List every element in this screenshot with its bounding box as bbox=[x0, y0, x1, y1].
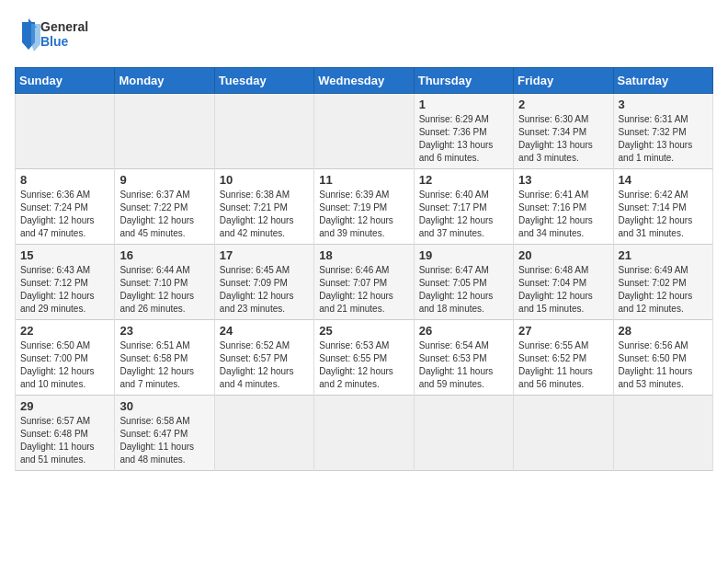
day-info: Sunrise: 6:49 AMSunset: 7:02 PMDaylight:… bbox=[619, 264, 708, 316]
calendar-cell bbox=[314, 94, 414, 169]
header-cell-friday: Friday bbox=[514, 68, 613, 94]
calendar-cell: 26 Sunrise: 6:54 AMSunset: 6:53 PMDaylig… bbox=[414, 320, 513, 396]
calendar-cell bbox=[613, 396, 712, 471]
calendar-cell: 19 Sunrise: 6:47 AMSunset: 7:05 PMDaylig… bbox=[414, 245, 513, 320]
calendar-cell: 3 Sunrise: 6:31 AMSunset: 7:32 PMDayligh… bbox=[613, 94, 712, 169]
day-info: Sunrise: 6:36 AMSunset: 7:24 PMDaylight:… bbox=[20, 189, 109, 240]
calendar-week-row: 29 Sunrise: 6:57 AMSunset: 6:48 PMDaylig… bbox=[16, 396, 713, 471]
day-number: 23 bbox=[119, 324, 209, 338]
calendar-cell: 27 Sunrise: 6:55 AMSunset: 6:52 PMDaylig… bbox=[514, 320, 613, 396]
day-info: Sunrise: 6:39 AMSunset: 7:19 PMDaylight:… bbox=[319, 189, 408, 240]
calendar-cell: 1 Sunrise: 6:29 AMSunset: 7:36 PMDayligh… bbox=[414, 94, 513, 169]
day-number: 19 bbox=[419, 248, 508, 262]
calendar-cell: 9 Sunrise: 6:37 AMSunset: 7:22 PMDayligh… bbox=[115, 169, 214, 245]
day-info: Sunrise: 6:57 AMSunset: 6:48 PMDaylight:… bbox=[20, 415, 109, 466]
calendar-table: SundayMondayTuesdayWednesdayThursdayFrid… bbox=[15, 67, 713, 471]
day-info: Sunrise: 6:42 AMSunset: 7:14 PMDaylight:… bbox=[619, 189, 708, 240]
calendar-cell: 8 Sunrise: 6:36 AMSunset: 7:24 PMDayligh… bbox=[16, 169, 115, 245]
day-number: 21 bbox=[619, 248, 708, 262]
calendar-cell: 18 Sunrise: 6:46 AMSunset: 7:07 PMDaylig… bbox=[314, 245, 414, 320]
day-info: Sunrise: 6:31 AMSunset: 7:32 PMDaylight:… bbox=[619, 113, 708, 165]
day-info: Sunrise: 6:54 AMSunset: 6:53 PMDaylight:… bbox=[419, 339, 508, 391]
day-number: 1 bbox=[419, 98, 508, 111]
calendar-cell bbox=[514, 396, 613, 471]
day-info: Sunrise: 6:30 AMSunset: 7:34 PMDaylight:… bbox=[518, 113, 608, 165]
svg-marker-4 bbox=[31, 24, 40, 52]
day-info: Sunrise: 6:55 AMSunset: 6:52 PMDaylight:… bbox=[518, 339, 608, 391]
day-info: Sunrise: 6:47 AMSunset: 7:05 PMDaylight:… bbox=[419, 264, 508, 316]
day-info: Sunrise: 6:38 AMSunset: 7:21 PMDaylight:… bbox=[220, 189, 309, 240]
day-number: 9 bbox=[119, 173, 209, 187]
calendar-cell: 16 Sunrise: 6:44 AMSunset: 7:10 PMDaylig… bbox=[115, 245, 214, 320]
calendar-cell: 24 Sunrise: 6:52 AMSunset: 6:57 PMDaylig… bbox=[214, 320, 313, 396]
day-number: 25 bbox=[319, 324, 408, 338]
day-info: Sunrise: 6:41 AMSunset: 7:16 PMDaylight:… bbox=[518, 189, 608, 240]
calendar-cell: 11 Sunrise: 6:39 AMSunset: 7:19 PMDaylig… bbox=[314, 169, 414, 245]
calendar-week-row: 1 Sunrise: 6:29 AMSunset: 7:36 PMDayligh… bbox=[16, 94, 713, 169]
calendar-week-row: 8 Sunrise: 6:36 AMSunset: 7:24 PMDayligh… bbox=[16, 169, 713, 245]
calendar-cell bbox=[414, 396, 513, 471]
logo-svg: General Blue bbox=[15, 15, 97, 56]
day-number: 11 bbox=[319, 173, 408, 187]
calendar-cell bbox=[214, 396, 313, 471]
day-number: 14 bbox=[619, 173, 708, 187]
calendar-cell: 28 Sunrise: 6:56 AMSunset: 6:50 PMDaylig… bbox=[613, 320, 712, 396]
day-info: Sunrise: 6:43 AMSunset: 7:12 PMDaylight:… bbox=[20, 264, 109, 316]
day-info: Sunrise: 6:50 AMSunset: 7:00 PMDaylight:… bbox=[20, 339, 109, 391]
calendar-cell: 30 Sunrise: 6:58 AMSunset: 6:47 PMDaylig… bbox=[115, 396, 214, 471]
calendar-cell: 17 Sunrise: 6:45 AMSunset: 7:09 PMDaylig… bbox=[214, 245, 313, 320]
day-number: 20 bbox=[518, 248, 608, 262]
calendar-week-row: 15 Sunrise: 6:43 AMSunset: 7:12 PMDaylig… bbox=[16, 245, 713, 320]
logo: General Blue bbox=[15, 15, 97, 56]
svg-text:General: General bbox=[40, 19, 88, 34]
day-info: Sunrise: 6:29 AMSunset: 7:36 PMDaylight:… bbox=[419, 113, 508, 165]
day-number: 2 bbox=[518, 98, 608, 111]
day-number: 24 bbox=[220, 324, 309, 338]
calendar-cell: 25 Sunrise: 6:53 AMSunset: 6:55 PMDaylig… bbox=[314, 320, 414, 396]
calendar-cell bbox=[214, 94, 313, 169]
svg-text:Blue: Blue bbox=[40, 34, 69, 49]
day-info: Sunrise: 6:44 AMSunset: 7:10 PMDaylight:… bbox=[119, 264, 209, 316]
calendar-week-row: 22 Sunrise: 6:50 AMSunset: 7:00 PMDaylig… bbox=[16, 320, 713, 396]
header-cell-tuesday: Tuesday bbox=[214, 68, 313, 94]
calendar-cell: 12 Sunrise: 6:40 AMSunset: 7:17 PMDaylig… bbox=[414, 169, 513, 245]
day-info: Sunrise: 6:53 AMSunset: 6:55 PMDaylight:… bbox=[319, 339, 408, 391]
day-number: 8 bbox=[20, 173, 109, 187]
calendar-cell: 10 Sunrise: 6:38 AMSunset: 7:21 PMDaylig… bbox=[214, 169, 313, 245]
calendar-cell: 14 Sunrise: 6:42 AMSunset: 7:14 PMDaylig… bbox=[613, 169, 712, 245]
day-number: 26 bbox=[419, 324, 508, 338]
day-number: 17 bbox=[220, 248, 309, 262]
header-cell-monday: Monday bbox=[115, 68, 214, 94]
day-info: Sunrise: 6:48 AMSunset: 7:04 PMDaylight:… bbox=[518, 264, 608, 316]
calendar-cell: 29 Sunrise: 6:57 AMSunset: 6:48 PMDaylig… bbox=[16, 396, 115, 471]
header-cell-sunday: Sunday bbox=[16, 68, 115, 94]
day-number: 3 bbox=[619, 98, 708, 111]
day-info: Sunrise: 6:40 AMSunset: 7:17 PMDaylight:… bbox=[419, 189, 508, 240]
calendar-cell: 15 Sunrise: 6:43 AMSunset: 7:12 PMDaylig… bbox=[16, 245, 115, 320]
header-cell-saturday: Saturday bbox=[613, 68, 712, 94]
day-info: Sunrise: 6:46 AMSunset: 7:07 PMDaylight:… bbox=[319, 264, 408, 316]
day-number: 30 bbox=[119, 399, 209, 413]
day-number: 27 bbox=[518, 324, 608, 338]
calendar-cell: 20 Sunrise: 6:48 AMSunset: 7:04 PMDaylig… bbox=[514, 245, 613, 320]
day-number: 22 bbox=[20, 324, 109, 338]
calendar-cell bbox=[16, 94, 115, 169]
calendar-cell: 2 Sunrise: 6:30 AMSunset: 7:34 PMDayligh… bbox=[514, 94, 613, 169]
day-number: 18 bbox=[319, 248, 408, 262]
calendar-cell: 21 Sunrise: 6:49 AMSunset: 7:02 PMDaylig… bbox=[613, 245, 712, 320]
day-number: 29 bbox=[20, 399, 109, 413]
day-info: Sunrise: 6:37 AMSunset: 7:22 PMDaylight:… bbox=[119, 189, 209, 240]
header-row: SundayMondayTuesdayWednesdayThursdayFrid… bbox=[16, 68, 713, 94]
calendar-cell bbox=[314, 396, 414, 471]
day-number: 10 bbox=[220, 173, 309, 187]
day-info: Sunrise: 6:58 AMSunset: 6:47 PMDaylight:… bbox=[119, 415, 209, 466]
day-info: Sunrise: 6:56 AMSunset: 6:50 PMDaylight:… bbox=[619, 339, 708, 391]
calendar-cell bbox=[115, 94, 214, 169]
day-info: Sunrise: 6:45 AMSunset: 7:09 PMDaylight:… bbox=[220, 264, 309, 316]
calendar-cell: 23 Sunrise: 6:51 AMSunset: 6:58 PMDaylig… bbox=[115, 320, 214, 396]
page-header: General Blue bbox=[15, 15, 713, 56]
day-number: 28 bbox=[619, 324, 708, 338]
day-info: Sunrise: 6:52 AMSunset: 6:57 PMDaylight:… bbox=[220, 339, 309, 391]
header-cell-wednesday: Wednesday bbox=[314, 68, 414, 94]
calendar-cell: 22 Sunrise: 6:50 AMSunset: 7:00 PMDaylig… bbox=[16, 320, 115, 396]
